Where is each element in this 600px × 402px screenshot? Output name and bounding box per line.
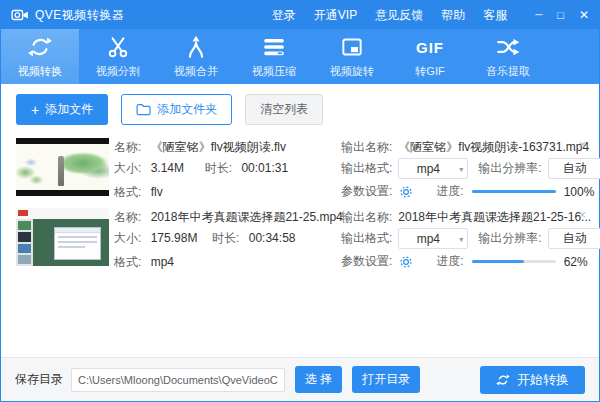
resolution-select[interactable]: 自动 ▾: [548, 158, 600, 179]
output-format-value: mp4: [417, 232, 440, 246]
window-controls: ─ □ ✕: [535, 9, 589, 21]
resolution-label: 输出分辨率:: [478, 230, 541, 247]
menu-feedback[interactable]: 意见反馈: [375, 7, 423, 24]
start-convert-label: 开始转换: [517, 371, 569, 389]
file-actions: + 添加文件 添加文件夹 清空列表: [16, 94, 323, 125]
choose-dir-button[interactable]: 选 择: [295, 366, 342, 393]
video-thumbnail: [16, 208, 109, 266]
video-thumbnail: [16, 138, 109, 196]
menu-help[interactable]: 帮助: [441, 7, 465, 24]
file-duration: 00:34:58: [249, 231, 296, 245]
remove-file-icon[interactable]: ×: [578, 208, 586, 221]
video-camera-icon: [11, 7, 29, 23]
params-label: 参数设置:: [341, 183, 392, 200]
tab-label: 视频合并: [174, 64, 218, 79]
gear-icon[interactable]: [398, 254, 414, 270]
tab-label: 视频旋转: [330, 64, 374, 79]
tab-video-compress[interactable]: 视频压缩: [235, 29, 313, 84]
progress-percent: 100%: [564, 185, 595, 199]
tab-music-extract[interactable]: 音乐提取: [469, 29, 547, 84]
tab-label: 视频转换: [18, 64, 62, 79]
minimize-icon[interactable]: ─: [535, 10, 542, 20]
app-window: QVE视频转换器 登录 开通VIP 意见反馈 帮助 客服 ─ □ ✕ 视频转换: [0, 0, 600, 402]
start-convert-button[interactable]: 开始转换: [480, 366, 585, 394]
tab-label: 转GIF: [415, 64, 444, 79]
open-dir-button[interactable]: 打开目录: [352, 366, 420, 393]
tab-label: 视频压缩: [252, 64, 296, 79]
scissors-icon: [105, 34, 131, 60]
file-format: mp4: [151, 255, 174, 269]
duration-label: 时长:: [205, 161, 232, 175]
output-format-label: 输出格式:: [341, 230, 392, 247]
size-label: 大小:: [114, 231, 141, 245]
gear-icon[interactable]: [398, 184, 414, 200]
maximize-icon[interactable]: □: [557, 10, 564, 21]
file-size: 175.98M: [151, 231, 198, 245]
add-file-button[interactable]: + 添加文件: [16, 94, 108, 125]
menu-support[interactable]: 客服: [483, 7, 507, 24]
file-row-1: 名称: 《陋室铭》flv视频朗读.flv 大小: 3.14M 时长: 00:01…: [16, 136, 586, 200]
save-dir-input[interactable]: [71, 368, 285, 392]
progress-fill: [472, 260, 524, 263]
save-dir-label: 保存目录: [15, 371, 63, 388]
add-folder-label: 添加文件夹: [157, 101, 217, 118]
clear-list-button[interactable]: 清空列表: [245, 94, 323, 125]
tab-label: 视频分割: [96, 64, 140, 79]
resolution-value: 自动: [563, 230, 587, 247]
gif-icon: GIF: [416, 34, 444, 60]
tab-video-merge[interactable]: 视频合并: [157, 29, 235, 84]
progress-percent: 62%: [564, 255, 588, 269]
tab-to-gif[interactable]: GIF 转GIF: [391, 29, 469, 84]
app-title: QVE视频转换器: [35, 7, 124, 24]
menu-login[interactable]: 登录: [272, 7, 296, 24]
chevron-down-icon: ▾: [459, 164, 463, 173]
resolution-select[interactable]: 自动 ▾: [548, 228, 600, 249]
tab-video-split[interactable]: 视频分割: [79, 29, 157, 84]
output-name-label: 输出名称:: [341, 139, 392, 156]
progress-label: 进度:: [436, 253, 463, 270]
add-folder-button[interactable]: 添加文件夹: [121, 94, 232, 125]
app-logo: QVE视频转换器: [11, 7, 124, 24]
output-format-select[interactable]: mp4 ▾: [398, 158, 468, 179]
output-name: 2018年中考真题课选择题21-25-16...: [398, 209, 591, 226]
duration-label: 时长:: [212, 231, 239, 245]
title-bar: QVE视频转换器 登录 开通VIP 意见反馈 帮助 客服 ─ □ ✕: [1, 1, 599, 29]
params-label: 参数设置:: [341, 253, 392, 270]
progress-group: 进度: 62%: [436, 253, 587, 270]
close-icon[interactable]: ✕: [579, 9, 589, 21]
output-format-select[interactable]: mp4 ▾: [398, 228, 468, 249]
tab-label: 音乐提取: [486, 64, 530, 79]
progress-fill: [472, 190, 556, 193]
resolution-label: 输出分辨率:: [478, 160, 541, 177]
format-label: 格式:: [114, 185, 141, 199]
tab-video-rotate[interactable]: 视频旋转: [313, 29, 391, 84]
progress-bar: [472, 190, 556, 193]
file-duration: 00:01:31: [241, 161, 288, 175]
progress-group: 进度: 100%: [436, 183, 594, 200]
compress-icon: [261, 34, 287, 60]
file-format: flv: [151, 185, 163, 199]
name-label: 名称:: [114, 210, 141, 224]
file-name: 2018年中考真题课选择题21-25.mp4: [151, 210, 343, 224]
clear-list-label: 清空列表: [260, 101, 308, 118]
progress-bar: [472, 260, 556, 263]
menu-vip[interactable]: 开通VIP: [314, 7, 357, 24]
output-name-label: 输出名称:: [341, 209, 392, 226]
tab-video-convert[interactable]: 视频转换: [1, 29, 79, 84]
remove-file-icon[interactable]: ×: [578, 138, 586, 151]
rotate-icon: [339, 34, 365, 60]
titlebar-menu: 登录 开通VIP 意见反馈 帮助 客服 ─ □ ✕: [272, 7, 589, 24]
format-label: 格式:: [114, 255, 141, 269]
convert-icon: [496, 373, 510, 387]
file-row-2: 名称: 2018年中考真题课选择题21-25.mp4 大小: 175.98M 时…: [16, 206, 586, 270]
resolution-value: 自动: [563, 160, 587, 177]
chevron-down-icon: ▾: [459, 234, 463, 243]
name-label: 名称:: [114, 140, 141, 154]
convert-icon: [27, 34, 53, 60]
output-format-label: 输出格式:: [341, 160, 392, 177]
size-label: 大小:: [114, 161, 141, 175]
merge-icon: [183, 34, 209, 60]
content-area: + 添加文件 添加文件夹 清空列表 名称: 《陋室铭》f: [1, 84, 599, 359]
folder-icon: [136, 103, 151, 116]
progress-label: 进度:: [436, 183, 463, 200]
